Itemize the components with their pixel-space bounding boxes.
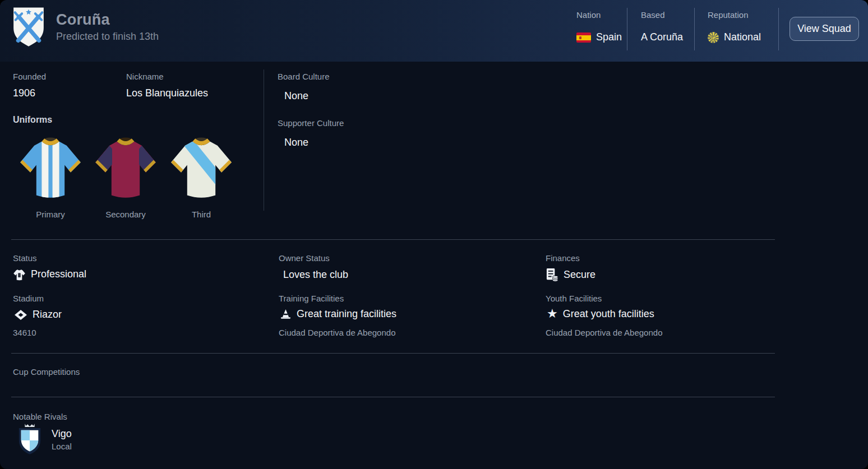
stadium-value-row: Riazor [14,309,62,321]
based-label: Based [641,10,665,20]
youth-venue: Ciudad Deportiva de Abegondo [546,328,663,337]
rival-row[interactable]: Vigo Local [17,423,72,456]
section-divider [11,239,775,240]
stadium-icon [14,309,27,321]
training-venue: Ciudad Deportiva de Abegondo [279,328,396,337]
primary-kit-icon [17,128,84,205]
rival-type: Local [52,442,72,451]
kit-third-label: Third [167,210,236,219]
section-divider [11,353,775,354]
ledger-coins-icon [546,268,558,282]
owner-status-value: Loves the club [283,269,348,281]
founded-value: 1906 [13,87,35,99]
reputation-label: Reputation [708,10,749,20]
nation-text: Spain [596,31,622,43]
training-facilities-value: Great training facilities [297,308,396,320]
predicted-finish: Predicted to finish 13th [56,31,159,43]
kit-third: Third [167,128,236,219]
supporter-culture-value: None [284,137,308,148]
rival-badge-icon [17,423,43,456]
stadium-value: Riazor [33,309,62,321]
nation-value: Spain [576,31,622,43]
club-header: Coruña Predicted to finish 13th Nation S… [0,0,868,62]
notable-rivals-label: Notable Rivals [13,412,67,421]
training-value-row: Great training facilities [280,308,396,320]
board-culture-value: None [284,90,308,102]
finances-label: Finances [546,253,580,263]
based-value: A Coruña [641,31,683,43]
finances-value: Secure [564,269,595,281]
reputation-value: National [708,31,761,43]
section-divider [11,397,775,397]
third-kit-icon [168,128,235,205]
uniforms-heading: Uniforms [13,115,52,125]
training-cone-icon [280,308,292,320]
nickname-label: Nickname [126,72,164,81]
cup-competitions-label: Cup Competitions [13,367,80,377]
stadium-capacity: 34610 [13,328,36,337]
kit-secondary-label: Secondary [91,210,160,219]
spain-flag-icon [576,32,591,43]
nation-label: Nation [576,10,601,20]
based-text: A Coruña [641,31,683,43]
youth-facilities-value: Great youth facilities [563,308,654,320]
reputation-text: National [724,31,761,43]
supporter-culture-label: Supporter Culture [278,118,344,128]
overview-divider [264,69,264,211]
youth-value-row: ★ Great youth facilities [547,308,654,320]
page-title: Coruña [56,11,110,29]
stadium-label: Stadium [13,294,44,303]
nickname-value: Los Blanquiazules [126,87,208,99]
club-info-page: Coruña Predicted to finish 13th Nation S… [0,0,868,469]
header-divider [694,8,695,50]
kit-primary-label: Primary [16,210,85,219]
rival-name: Vigo [52,428,72,440]
status-value: Professional [31,268,86,280]
kit-secondary: Secondary [91,128,160,219]
header-divider [627,8,627,50]
board-culture-label: Board Culture [278,72,330,81]
shirt-icon [13,268,26,281]
status-value-row: Professional [13,268,86,281]
secondary-kit-icon [92,128,159,205]
youth-facilities-label: Youth Facilities [546,294,602,303]
star-icon: ★ [547,308,558,320]
owner-status-label: Owner Status [279,253,330,263]
kit-primary: Primary [16,128,85,219]
finances-value-row: Secure [546,268,595,282]
view-squad-button[interactable]: View Squad [789,17,859,41]
header-divider [778,8,779,50]
club-badge-icon [11,4,46,48]
reputation-wheel-icon [708,32,719,43]
status-label: Status [13,253,37,263]
founded-label: Founded [13,72,46,81]
training-facilities-label: Training Facilities [279,294,344,303]
